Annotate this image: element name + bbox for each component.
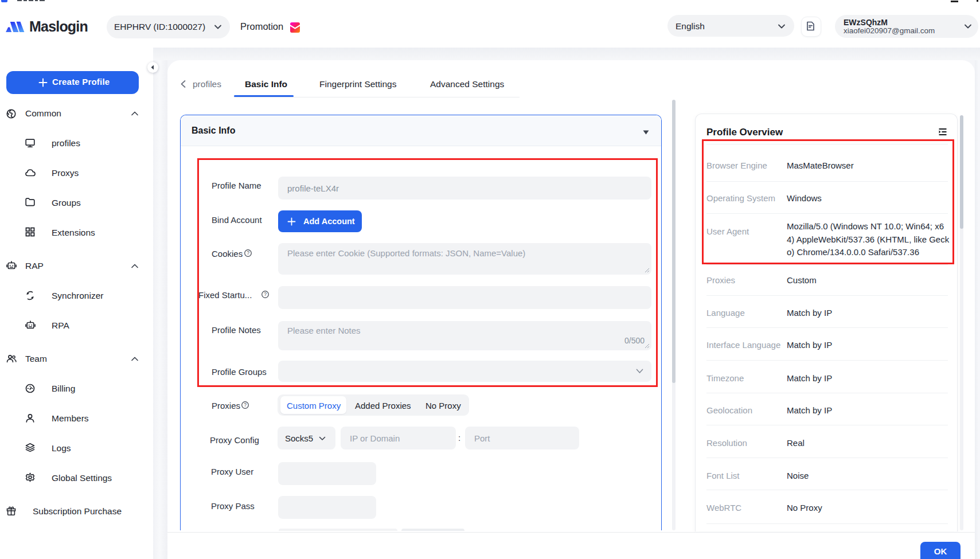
svg-text:?: ? [244,402,247,408]
